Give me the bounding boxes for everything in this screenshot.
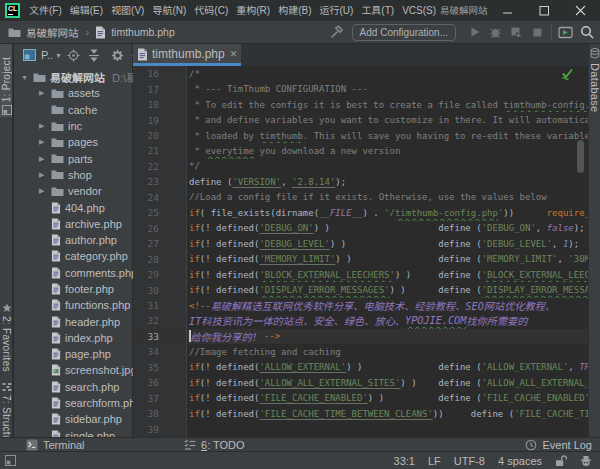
code-line-29[interactable]: 29if(! defined('BLOCK_EXTERNAL_LEECHERS'… [133, 267, 588, 282]
file-encoding[interactable]: UTF-8 [454, 455, 485, 467]
lock-icon[interactable] [555, 455, 567, 467]
code-line-30[interactable]: 30if(! defined('DISPLAY_ERROR_MESSAGES')… [133, 282, 588, 297]
code-line-28[interactable]: 28if(! defined('MEMORY_LIMIT') ) define … [133, 251, 588, 266]
run-configuration-select[interactable]: Add Configuration... [352, 24, 456, 41]
menu-item[interactable]: 导航(N) [150, 0, 188, 21]
code-line-34[interactable]: 34//Image fetching and caching [133, 344, 588, 359]
tree-expand-arrow-icon[interactable]: ▶ [38, 171, 51, 179]
editor-tab-timthumb[interactable]: timthumb.php ✕ [133, 44, 241, 66]
close-button[interactable] [565, 0, 595, 21]
toolwindow-button-project[interactable]: 1: Project [0, 44, 13, 117]
locate-icon[interactable] [64, 44, 84, 66]
settings-gear-icon[interactable] [108, 44, 128, 66]
toolwindow-button-todo[interactable]: 6: TODO [184, 438, 245, 451]
tree-item-inc[interactable]: ▶inc [14, 118, 133, 134]
code-line-16[interactable]: 16/* [133, 66, 588, 81]
tab-close-icon[interactable]: ✕ [230, 49, 238, 59]
code-line-19[interactable]: 19 * and define variables you want to cu… [133, 112, 588, 127]
tree-expand-arrow-icon[interactable]: ▼ [20, 74, 33, 81]
project-view-select[interactable]: P.. ▼ [23, 49, 62, 61]
code-line-31[interactable]: 31<!--易破解精选互联网优秀软件分享、电脑技术、经验教程、SEO网站优化教程… [133, 298, 588, 313]
code-editor[interactable]: 16/*17 * --- TimThumb CONFIGURATION ---1… [133, 66, 588, 437]
tree-item-screenshot.jpg[interactable]: screenshot.jpg [14, 362, 133, 378]
build-hammer-icon[interactable] [327, 21, 348, 43]
tree-item-search.php[interactable]: search.php [14, 379, 133, 395]
toolwindow-button-structure[interactable]: 7: Structure [0, 382, 13, 437]
tree-expand-arrow-icon[interactable]: ▶ [38, 122, 51, 130]
code-line-38[interactable]: 38if(! defined('FILE_CACHE_TIME_BETWEEN_… [133, 406, 588, 421]
code-line-27[interactable]: 27if(! defined('DEBUG_LEVEL') ) define (… [133, 236, 588, 251]
toolwindow-button-favorites[interactable]: 2: Favorites [0, 303, 13, 372]
tree-item-sidebar.php[interactable]: sidebar.php [14, 411, 133, 427]
menu-item[interactable]: 重构(R) [234, 0, 272, 21]
coverage-icon[interactable] [506, 21, 527, 43]
tree-item-category.php[interactable]: category.php [14, 248, 133, 264]
minimize-button[interactable] [492, 0, 522, 21]
hector-inspector-icon[interactable] [580, 455, 592, 467]
code-line-39[interactable]: 39 [133, 421, 588, 436]
tree-item-footer.php[interactable]: footer.php [14, 281, 133, 297]
tree-item-functions.php[interactable]: functions.php [14, 297, 133, 313]
indent-style[interactable]: 4 spaces [498, 455, 542, 467]
tree-expand-arrow-icon[interactable]: ▶ [38, 187, 51, 195]
tree-item-vendor[interactable]: ▶vendor [14, 183, 133, 199]
toolwindow-button-eventlog[interactable]: Event Log [525, 438, 592, 451]
code-line-25[interactable]: 25if( file_exists(dirname(__FILE__) . '/… [133, 205, 588, 220]
toolwindow-button-database[interactable]: Database [589, 44, 600, 113]
menu-item[interactable]: 工具(T) [359, 0, 396, 21]
tree-item-comments.php[interactable]: comments.php [14, 265, 133, 281]
collapse-all-icon[interactable] [84, 44, 104, 66]
maximize-button[interactable] [529, 0, 559, 21]
code-line-32[interactable]: 32IT科技资讯为一体的站点、安全、绿色、放心、YPOJIE.COM找你所需要的 [133, 313, 588, 328]
code-line-36[interactable]: 36if(! defined('ALLOW_ALL_EXTERNAL_SITES… [133, 375, 588, 390]
toolwindow-switcher-icon[interactable] [5, 455, 16, 466]
breadcrumb-file[interactable]: timthumb.php [111, 26, 175, 38]
menu-item[interactable]: 文件(F) [27, 0, 64, 21]
tree-item-single.php[interactable]: single.php [14, 428, 133, 437]
menu-item[interactable]: VCS(S) [400, 0, 438, 21]
menu-item[interactable]: 构建(B) [276, 0, 313, 21]
tool-window-preview-icon[interactable] [555, 21, 576, 43]
code-line-21[interactable]: 21 * everytime you download a new versio… [133, 143, 588, 158]
tree-item-author.php[interactable]: author.php [14, 232, 133, 248]
search-everywhere-icon[interactable] [576, 21, 597, 43]
toolwindow-button-terminal[interactable]: Terminal [26, 438, 85, 451]
tree-expand-arrow-icon[interactable]: ▶ [38, 89, 51, 97]
code-line-22[interactable]: 22*/ [133, 159, 588, 174]
code-line-35[interactable]: 35if(! defined('ALLOW_EXTERNAL') ) defin… [133, 360, 588, 375]
breadcrumb-project[interactable]: 易破解网站 [26, 25, 79, 40]
editor-scrollbar-thumb[interactable] [577, 140, 584, 173]
tree-item-cache[interactable]: cache [14, 102, 133, 118]
run-icon[interactable] [464, 21, 485, 43]
line-separator[interactable]: LF [428, 455, 441, 467]
menu-item[interactable]: 视图(V) [109, 0, 146, 21]
tree-item-parts[interactable]: ▶parts [14, 150, 133, 166]
tree-item-page.php[interactable]: page.php [14, 346, 133, 362]
tree-item-searchform.php[interactable]: searchform.php [14, 395, 133, 411]
code-line-33[interactable]: 33给你我分享的! --> [133, 329, 588, 344]
tree-item-shop[interactable]: ▶shop [14, 167, 133, 183]
inspection-status-icon[interactable] [561, 68, 574, 80]
menu-item[interactable]: 代码(C) [192, 0, 230, 21]
menu-item[interactable]: 编辑(E) [68, 0, 105, 21]
code-line-17[interactable]: 17 * --- TimThumb CONFIGURATION --- [133, 81, 588, 96]
tree-expand-arrow-icon[interactable]: ▶ [38, 155, 51, 163]
code-line-37[interactable]: 37if(! defined('FILE_CACHE_ENABLED') ) d… [133, 391, 588, 406]
tree-item-易破解网站[interactable]: ▼易破解网站D:\易破解网站 [14, 69, 133, 85]
code-line-18[interactable]: 18 * To edit the configs it is best to c… [133, 97, 588, 112]
caret-position[interactable]: 33:1 [394, 455, 415, 467]
menu-item[interactable]: 运行(U) [317, 0, 355, 21]
code-line-24[interactable]: 24//Load a config file if it exists. Oth… [133, 190, 588, 205]
debug-icon[interactable] [485, 21, 506, 43]
tree-item-index.php[interactable]: index.php [14, 330, 133, 346]
code-line-20[interactable]: 20 * loaded by timthumb. This will save … [133, 128, 588, 143]
code-line-26[interactable]: 26if(! defined('DEBUG_ON') ) define ('DE… [133, 221, 588, 236]
tree-item-pages[interactable]: ▶pages [14, 134, 133, 150]
tree-item-header.php[interactable]: header.php [14, 313, 133, 329]
tree-item-archive.php[interactable]: archive.php [14, 216, 133, 232]
tree-item-assets[interactable]: ▶assets [14, 85, 133, 101]
tree-expand-arrow-icon[interactable]: ▶ [38, 138, 51, 146]
stop-icon[interactable] [527, 21, 548, 43]
code-line-23[interactable]: 23define ('VERSION', '2.8.14'); [133, 174, 588, 189]
tree-item-404.php[interactable]: 404.php [14, 199, 133, 215]
